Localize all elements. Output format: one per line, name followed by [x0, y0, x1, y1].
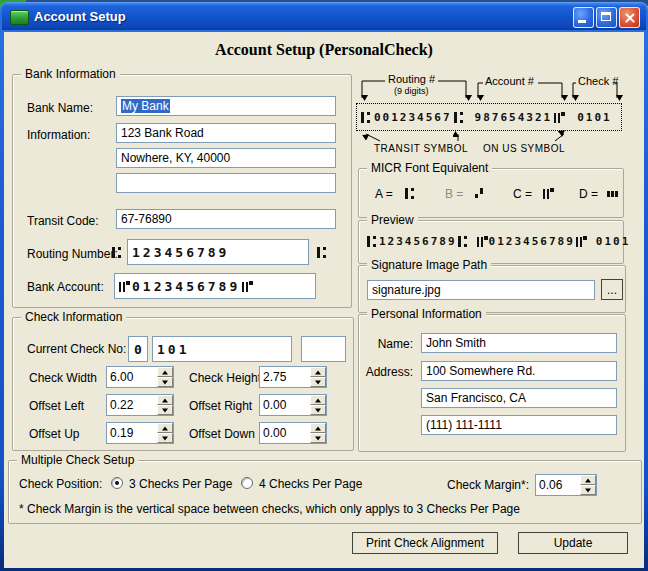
spin-up-button[interactable] [157, 395, 173, 405]
micr-c-label: C = [513, 187, 532, 201]
dialog-client-area: Account Setup (PersonalCheck) Bank Infor… [4, 32, 644, 568]
spin-down-icon [162, 380, 168, 384]
bank-account-label: Bank Account: [27, 280, 104, 294]
micr-font-equivalent-label: MICR Font Equivalent [367, 161, 492, 175]
name-input[interactable] [421, 333, 617, 353]
browse-button[interactable]: ... [601, 279, 623, 300]
spin-down-button[interactable] [310, 433, 326, 443]
on-us-symbol-icon [543, 188, 554, 199]
preview-micr-line: 123456789 0123456789 0101 [367, 235, 630, 248]
check-number-value: 101 [157, 342, 189, 357]
spin-down-button[interactable] [157, 433, 173, 443]
transit-symbol-icon [405, 188, 416, 199]
check-margin-input[interactable] [536, 475, 580, 495]
address-line3-input[interactable] [421, 415, 617, 435]
print-check-alignment-button[interactable]: Print Check Alignment [352, 532, 498, 554]
preview-label: Preview [367, 213, 418, 227]
radio-4-checks-label: 4 Checks Per Page [259, 477, 362, 491]
check-height-input[interactable] [260, 367, 310, 387]
micr-sample-line: 001234567 987654321 0101 [356, 103, 622, 131]
dash-symbol-icon [607, 188, 618, 199]
spin-down-button[interactable] [310, 405, 326, 415]
offset-right-input[interactable] [260, 395, 310, 415]
offset-right-label: Offset Right [189, 399, 252, 413]
preview-routing-micr: 123456789 [379, 235, 457, 248]
check-information-label: Check Information [21, 310, 126, 324]
bank-info-line3-input[interactable] [116, 173, 336, 193]
check-number-input[interactable]: 101 [152, 336, 292, 362]
spin-up-button[interactable] [157, 367, 173, 377]
offset-down-spinner[interactable] [259, 422, 327, 444]
offset-down-label: Offset Down [189, 427, 255, 441]
spin-down-button[interactable] [310, 377, 326, 387]
maximize-button[interactable] [596, 7, 617, 28]
on-us-symbol-icon [242, 281, 253, 292]
check-margin-spinner[interactable] [535, 474, 597, 496]
sample-routing-micr: 001234567 [374, 111, 452, 124]
check-height-label: Check Height [189, 371, 261, 385]
on-us-symbol-icon [477, 236, 488, 247]
spin-up-button[interactable] [310, 367, 326, 377]
offset-up-label: Offset Up [29, 427, 79, 441]
micr-d-label: D = [579, 187, 598, 201]
spin-down-button[interactable] [157, 405, 173, 415]
spin-up-button[interactable] [310, 423, 326, 433]
micr-font-equivalent-group: MICR Font Equivalent A = B = C = D = [358, 168, 624, 218]
current-check-no-label: Current Check No: [27, 342, 126, 356]
check-information-group: Check Information Current Check No: 0 10… [12, 317, 354, 451]
offset-right-spinner[interactable] [259, 394, 327, 416]
bank-account-input[interactable]: 0123456789 [114, 273, 316, 299]
micr-b-label: B = [445, 187, 463, 201]
spin-up-button[interactable] [310, 395, 326, 405]
address-line2-input[interactable] [421, 388, 617, 408]
spin-down-button[interactable] [157, 377, 173, 387]
page-title: Account Setup (PersonalCheck) [4, 41, 644, 59]
spin-up-button[interactable] [580, 475, 596, 485]
on-us-symbol-icon [576, 236, 587, 247]
bank-information-group: Bank Information Bank Name: My Bank Info… [12, 74, 352, 308]
address-line1-input[interactable] [421, 361, 617, 381]
bank-info-line1-input[interactable] [116, 123, 336, 143]
update-button[interactable]: Update [518, 532, 628, 554]
multiple-check-setup-group: Multiple Check Setup Check Position: 3 C… [8, 460, 642, 524]
check-width-input[interactable] [107, 367, 157, 387]
spin-up-icon [162, 370, 168, 374]
check-width-spinner[interactable] [106, 366, 174, 388]
spin-up-button[interactable] [157, 423, 173, 433]
titlebar[interactable]: Account Setup [2, 3, 646, 30]
spin-down-button[interactable] [580, 485, 596, 495]
check-prefix-input[interactable]: 0 [128, 336, 148, 362]
signature-path-input[interactable] [367, 280, 595, 300]
transit-code-label: Transit Code: [27, 214, 99, 228]
transit-symbol-icon [361, 112, 372, 123]
bank-name-input[interactable]: My Bank [116, 96, 336, 116]
spin-down-icon [162, 408, 168, 412]
minimize-icon [578, 20, 586, 23]
transit-code-input[interactable] [116, 209, 336, 229]
spin-up-icon [315, 426, 321, 430]
offset-up-spinner[interactable] [106, 422, 174, 444]
check-prefix-value: 0 [134, 342, 142, 357]
transit-symbol-caption: TRANSIT SYMBOL [374, 143, 468, 154]
account-setup-window: Account Setup Account Setup (PersonalChe… [0, 2, 648, 571]
offset-left-label: Offset Left [29, 399, 84, 413]
routing-number-input[interactable]: 123456789 [127, 239, 309, 265]
check-height-spinner[interactable] [259, 366, 327, 388]
offset-left-input[interactable] [107, 395, 157, 415]
bank-info-line2-input[interactable] [116, 148, 336, 168]
check-suffix-input[interactable] [301, 336, 346, 362]
window-controls [573, 7, 640, 28]
signature-image-path-group: Signature Image Path ... [358, 265, 626, 313]
minimize-button[interactable] [573, 7, 594, 28]
transit-symbol-icon [454, 112, 465, 123]
signature-image-path-label: Signature Image Path [367, 258, 491, 272]
app-icon [10, 10, 29, 25]
close-button[interactable] [619, 7, 640, 28]
offset-down-input[interactable] [260, 423, 310, 443]
on-us-symbol-icon [119, 281, 130, 292]
offset-up-input[interactable] [107, 423, 157, 443]
offset-left-spinner[interactable] [106, 394, 174, 416]
radio-3-checks-per-page[interactable] [111, 477, 123, 489]
radio-4-checks-per-page[interactable] [241, 477, 253, 489]
routing-number-micr-value: 123456789 [132, 245, 229, 260]
